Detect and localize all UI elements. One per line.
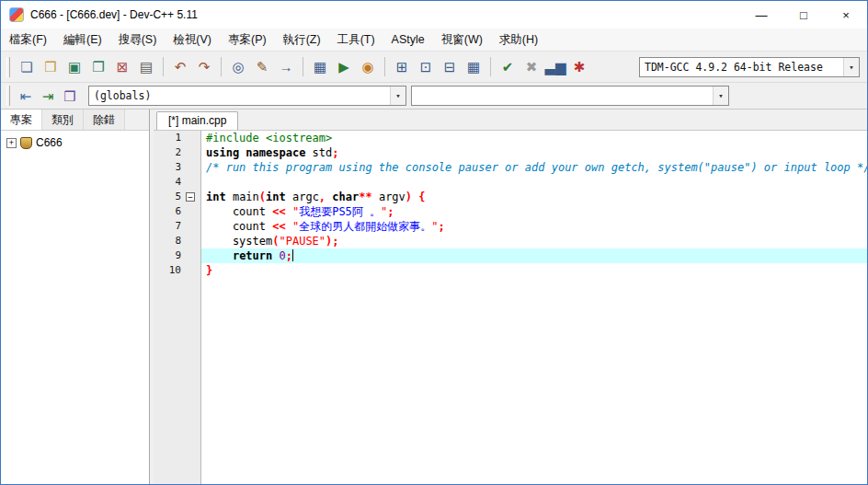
toolbar-grip[interactable] <box>6 86 10 106</box>
replace-icon: ✎ <box>257 60 268 74</box>
add-to-project-button[interactable]: ⊡ <box>414 55 438 79</box>
save-all-button[interactable]: ❐ <box>86 55 110 79</box>
fold-column <box>181 145 200 160</box>
compile-and-run-button[interactable]: ◉ <box>356 55 380 79</box>
code-line: 4 <box>154 175 867 190</box>
menu-item[interactable]: 視窗(W) <box>433 29 491 51</box>
redo-icon: ↷ <box>199 60 211 74</box>
code-line-text[interactable]: int main(int argc, char** argv) { <box>201 190 867 204</box>
line-number: 5 <box>154 190 181 204</box>
window-controls: — □ × <box>740 1 867 29</box>
menu-item[interactable]: 檔案(F) <box>1 29 55 51</box>
code-line-text[interactable] <box>201 175 867 190</box>
expand-icon[interactable]: + <box>6 138 17 148</box>
code-line-text[interactable]: using namespace std; <box>201 145 867 160</box>
compile-button[interactable]: ▦ <box>308 55 332 79</box>
code-filler <box>154 278 867 484</box>
menu-item[interactable]: 執行(Z) <box>275 29 329 51</box>
editor-tab-main-cpp[interactable]: [*] main.cpp <box>156 111 238 130</box>
code-line: 1#include <iostream> <box>154 131 867 145</box>
project-icon <box>20 137 32 149</box>
menu-item[interactable]: 工具(T) <box>329 29 383 51</box>
new-project-button[interactable]: ⊞ <box>390 55 414 79</box>
replace-button[interactable]: ✎ <box>250 55 274 79</box>
code-segment: count <box>206 220 272 233</box>
undo-button[interactable]: ↶ <box>168 55 192 79</box>
code-segment: ( <box>259 191 266 203</box>
minimize-button[interactable]: — <box>740 1 782 29</box>
code-segment <box>206 249 233 262</box>
code-segment: #include <iostream> <box>206 132 332 144</box>
open-file-button[interactable]: ❒ <box>39 55 63 79</box>
editor-background[interactable] <box>201 278 867 484</box>
scope-select[interactable]: (globals) ▾ <box>88 86 406 106</box>
tree-node[interactable]: +C666 <box>3 134 147 151</box>
delete-profiling-data-button[interactable]: ✱ <box>567 55 591 79</box>
code-editor[interactable]: 1#include <iostream>2using namespace std… <box>154 131 867 484</box>
code-segment: /* run this program using the console pa… <box>206 161 867 174</box>
menu-item[interactable]: AStyle <box>383 29 433 51</box>
delete-profiling-data-icon: ✱ <box>574 60 586 74</box>
toolbar-grip[interactable] <box>6 57 10 77</box>
find-button[interactable]: ◎ <box>226 55 250 79</box>
goto-definition-icon: ⇥ <box>42 89 54 103</box>
sidebar-tab-classes[interactable]: 類別 <box>42 110 84 130</box>
save-file-button[interactable]: ▣ <box>63 55 86 79</box>
code-line-text[interactable]: } <box>201 263 867 278</box>
menu-item[interactable]: 專案(P) <box>220 29 275 51</box>
menu-item[interactable]: 編輯(E) <box>55 29 110 51</box>
goto-declaration-button[interactable]: ⇤ <box>15 85 37 107</box>
add-to-project-icon: ⊡ <box>420 60 432 74</box>
remove-from-project-button[interactable]: ⊟ <box>438 55 462 79</box>
code-line-text[interactable]: system("PAUSE"); <box>201 234 867 248</box>
editor-pane: [*] main.cpp 1#include <iostream>2using … <box>154 110 867 484</box>
code-line: 7 count << "全球的男人都開始做家事。"; <box>154 219 867 234</box>
text-caret <box>292 249 293 261</box>
project-options-button[interactable]: ▦ <box>462 55 485 79</box>
new-project-icon: ⊞ <box>396 60 408 74</box>
code-segment <box>286 220 292 233</box>
maximize-button[interactable]: □ <box>782 1 825 29</box>
code-line-text[interactable]: return 0; <box>201 248 867 263</box>
line-gutter: 7 <box>154 219 201 234</box>
code-line-text[interactable]: count << "我想要PS5阿 。"; <box>201 204 867 219</box>
redo-button[interactable]: ↷ <box>192 55 216 79</box>
code-line-text[interactable]: /* run this program using the console pa… <box>201 160 867 175</box>
fold-toggle-icon[interactable]: − <box>186 192 195 202</box>
code-line: 2using namespace std; <box>154 145 867 160</box>
code-line-text[interactable]: count << "全球的男人都開始做家事。"; <box>201 219 867 234</box>
code-line-text[interactable]: #include <iostream> <box>201 131 867 145</box>
line-gutter: 9 <box>154 248 201 263</box>
sidebar-tab-debug[interactable]: 除錯 <box>84 110 125 130</box>
menu-item[interactable]: 檢視(V) <box>165 29 220 51</box>
editor-tab-bar: [*] main.cpp <box>154 110 867 131</box>
menu-item[interactable]: 搜尋(S) <box>110 29 166 51</box>
line-gutter: 2 <box>154 145 201 160</box>
goto-definition-button[interactable]: ⇥ <box>37 85 59 107</box>
chevron-down-icon: ▾ <box>843 58 859 76</box>
run-button[interactable]: ▶ <box>332 55 356 79</box>
close-button[interactable]: × <box>825 1 867 29</box>
title-bar[interactable]: C666 - [C666.dev] - Dev-C++ 5.11 — □ × <box>1 1 867 29</box>
classbar-buttons: ⇤⇥❒ <box>15 85 81 107</box>
project-options-icon: ▦ <box>467 60 480 74</box>
abort-compilation-button[interactable]: ✖ <box>520 55 543 79</box>
line-gutter: 6 <box>154 204 201 219</box>
goto-line-button[interactable]: → <box>274 55 298 79</box>
menu-item[interactable]: 求助(H) <box>491 29 546 51</box>
profile-analysis-button[interactable]: ▃▆ <box>543 55 567 79</box>
code-segment: ** <box>359 191 371 203</box>
member-select[interactable]: ▾ <box>411 86 729 106</box>
print-button[interactable]: ▤ <box>134 55 158 79</box>
close-file-button[interactable]: ⊠ <box>110 55 134 79</box>
sidebar-tab-projects[interactable]: 專案 <box>1 110 42 130</box>
new-file-button[interactable]: ❏ <box>15 55 39 79</box>
window-title: C666 - [C666.dev] - Dev-C++ 5.11 <box>30 8 198 21</box>
project-tree: +C666 <box>1 131 149 484</box>
code-segment: return <box>233 249 272 262</box>
code-segment: ; <box>332 235 338 248</box>
compiler-select[interactable]: TDM-GCC 4.9.2 64-bit Release ▾ <box>639 57 860 77</box>
switch-header-source-button[interactable]: ❒ <box>59 85 81 107</box>
syntax-check-button[interactable]: ✔ <box>496 55 520 79</box>
scope-select-value: (globals) <box>89 89 390 102</box>
